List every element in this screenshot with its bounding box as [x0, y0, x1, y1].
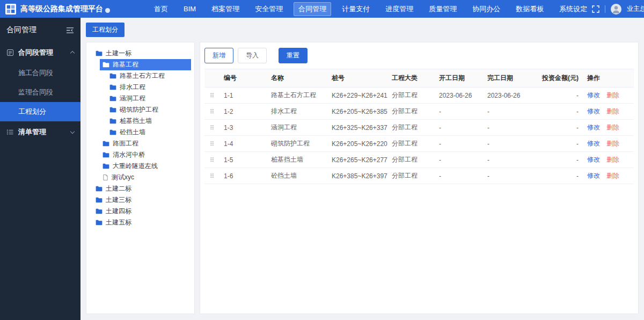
current-user-label[interactable]: 业主总工 — [627, 4, 644, 13]
nav-item[interactable]: 合同管理 — [294, 2, 331, 16]
tree-node-label: 砼挡土墙 — [120, 128, 145, 137]
drag-handle-icon[interactable]: ⠿ — [210, 92, 214, 99]
tree-node[interactable]: 路基土石方工程 — [107, 70, 191, 82]
drag-handle-icon[interactable]: ⠿ — [210, 108, 214, 115]
drag-handle-icon[interactable]: ⠿ — [210, 124, 214, 131]
cell-code: ⠿1-6 — [204, 168, 269, 184]
tree-node[interactable]: 桩基挡土墙 — [107, 115, 191, 127]
sidebar-item[interactable]: 监理合同段 — [0, 83, 80, 102]
sidebar: 合同管理 合同段管理施工合同段监理合同段工程划分清单管理 — [0, 18, 80, 320]
cell-code: ⠿1-1 — [204, 88, 269, 104]
sidebar-item[interactable]: 工程划分 — [0, 102, 80, 121]
delete-link[interactable]: 删除 — [606, 91, 619, 99]
tree-node[interactable]: 砼挡土墙 — [107, 127, 191, 138]
cell-start: - — [437, 136, 485, 152]
tree-node[interactable]: 路基工程 — [100, 59, 191, 70]
folder-icon — [96, 220, 103, 226]
cell-category: 分部工程 — [390, 120, 437, 136]
table-header-row: 编号名称桩号工程大类开工日期完工日期投资金额(元)操作 — [204, 69, 634, 88]
drag-handle-icon[interactable]: ⠿ — [210, 140, 214, 147]
nav-item[interactable]: 安全管理 — [250, 2, 288, 16]
column-header-name: 名称 — [269, 69, 330, 88]
tree-node[interactable]: 涵洞工程 — [107, 93, 191, 104]
nav-item[interactable]: 档案管理 — [207, 2, 244, 16]
add-button[interactable]: 新增 — [204, 48, 233, 63]
tree-node[interactable]: 土建四标 — [93, 206, 191, 217]
tree-node[interactable]: 大重岭隧道左线 — [100, 161, 191, 172]
table-body: ⠿1-1路基土石方工程K26+229~K26+241分部工程2023-06-26… — [204, 88, 634, 184]
delete-link[interactable]: 删除 — [606, 107, 619, 115]
cell-category: 分部工程 — [390, 168, 437, 184]
edit-link[interactable]: 修改 — [587, 91, 600, 99]
tree-node[interactable]: 测试xyc — [100, 172, 191, 183]
folder-icon — [109, 96, 116, 101]
cell-station: K26+325~K26+337 — [330, 120, 390, 136]
column-header-code: 编号 — [204, 69, 269, 88]
tree-node[interactable]: 土建二标 — [93, 183, 191, 194]
cell-name: 排水工程 — [269, 104, 330, 120]
edit-link[interactable]: 修改 — [587, 123, 600, 131]
tree-node[interactable]: 清水河中桥 — [100, 149, 191, 161]
tree-node-label: 土建四标 — [106, 207, 131, 216]
cell-category: 分部工程 — [390, 136, 437, 152]
top-nav: 首页BIM档案管理安全管理合同管理计量支付进度管理质量管理协同办公数据看板系统设… — [149, 2, 592, 16]
drag-handle-icon[interactable]: ⠿ — [210, 172, 214, 179]
table-row: ⠿1-3涵洞工程K26+325~K26+337分部工程---修改删除 — [204, 120, 634, 136]
tab-project-division[interactable]: 工程划分 — [86, 23, 125, 37]
nav-item[interactable]: 进度管理 — [380, 2, 418, 16]
delete-link[interactable]: 删除 — [606, 172, 619, 179]
contract-icon — [6, 49, 14, 56]
delete-link[interactable]: 删除 — [606, 156, 619, 163]
tree-node-label: 砌筑防护工程 — [120, 105, 158, 114]
sidebar-group[interactable]: 合同段管理 — [0, 42, 80, 63]
table-row: ⠿1-4砌筑防护工程K26+205~K26+220分部工程---修改删除 — [204, 136, 634, 152]
tree-node-label: 涵洞工程 — [120, 94, 145, 103]
edit-link[interactable]: 修改 — [587, 156, 600, 163]
import-button[interactable]: 导入 — [238, 48, 267, 63]
cell-code: ⠿1-2 — [204, 104, 269, 120]
tree-node[interactable]: 排水工程 — [107, 82, 191, 93]
tree-node-label: 路基土石方工程 — [120, 71, 165, 81]
nav-item[interactable]: 首页 — [149, 2, 173, 16]
tree-node[interactable]: 土建五标 — [93, 217, 191, 228]
edit-link[interactable]: 修改 — [587, 172, 600, 179]
sidebar-header: 合同管理 — [0, 18, 80, 42]
tree-node[interactable]: 土建三标 — [93, 194, 191, 206]
row-code: 1-4 — [224, 140, 233, 148]
delete-link[interactable]: 删除 — [606, 123, 619, 131]
nav-item[interactable]: 计量支付 — [337, 2, 375, 16]
fullscreen-icon[interactable] — [592, 5, 599, 13]
cell-category: 分部工程 — [390, 104, 437, 120]
avatar[interactable] — [611, 4, 621, 14]
tree-node[interactable]: 土建一标 — [93, 48, 191, 59]
tree-node[interactable]: 路面工程 — [100, 138, 191, 149]
cell-code: ⠿1-5 — [204, 152, 269, 168]
column-header-station: 桩号 — [330, 69, 390, 88]
delete-link[interactable]: 删除 — [606, 140, 619, 147]
tree-node[interactable]: 砌筑防护工程 — [107, 104, 191, 115]
badge-icon — [105, 8, 110, 13]
app-logo-icon — [5, 4, 16, 14]
tree-node-label: 土建五标 — [106, 218, 131, 227]
nav-item[interactable]: 质量管理 — [424, 2, 462, 16]
sidebar-group[interactable]: 清单管理 — [0, 121, 80, 143]
nav-item[interactable]: 系统设定 — [554, 2, 592, 16]
topbar: 高等级公路集成管理平台 首页BIM档案管理安全管理合同管理计量支付进度管理质量管… — [0, 0, 644, 18]
sidebar-title: 合同管理 — [6, 25, 36, 35]
table-row: ⠿1-6砼挡土墙K26+385~K26+397分部工程---修改删除 — [204, 168, 634, 184]
nav-item[interactable]: 数据看板 — [511, 2, 548, 16]
sidebar-item[interactable]: 施工合同段 — [0, 63, 80, 83]
list-icon — [6, 128, 14, 136]
edit-link[interactable]: 修改 — [587, 107, 600, 115]
cell-amount: - — [533, 104, 583, 120]
folder-icon — [109, 84, 116, 90]
collapse-sidebar-icon[interactable] — [66, 27, 74, 34]
drag-handle-icon[interactable]: ⠿ — [210, 156, 214, 163]
row-code: 1-3 — [224, 124, 233, 132]
edit-link[interactable]: 修改 — [587, 140, 600, 147]
nav-item[interactable]: 协同办公 — [467, 2, 505, 16]
row-code: 1-1 — [224, 92, 233, 99]
nav-item[interactable]: BIM — [179, 3, 201, 15]
reset-button[interactable]: 重置 — [279, 48, 308, 63]
chevron-down-icon — [70, 129, 75, 134]
